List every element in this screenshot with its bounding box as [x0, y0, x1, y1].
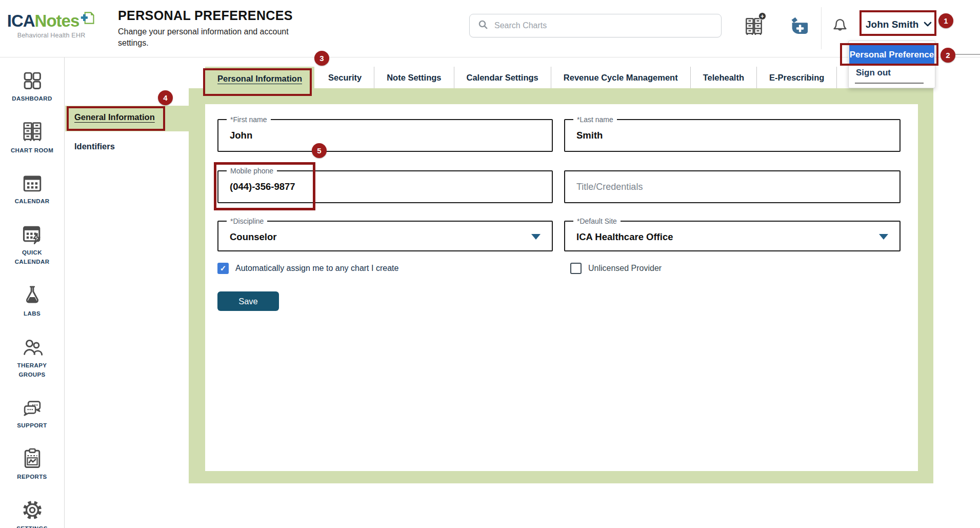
tab-telehealth[interactable]: Telehealth — [691, 67, 757, 88]
dropdown-caret-icon — [531, 234, 541, 240]
discipline-select[interactable]: *Discipline Counselor — [217, 221, 553, 251]
save-button[interactable]: Save — [217, 291, 279, 311]
sidebar-item-dashboard[interactable]: DASHBOARD — [4, 70, 61, 104]
menu-item-sign-out[interactable]: Sign out — [856, 68, 891, 78]
tab-revenue-cycle-management[interactable]: Revenue Cycle Management — [551, 67, 691, 88]
sidebar-label: CALENDAR — [15, 197, 50, 206]
mobile-phone-value: (044)-356-9877 — [230, 181, 295, 192]
mobile-phone-field[interactable]: Mobile phone (044)-356-9877 — [217, 170, 553, 203]
sidebar-item-calendar[interactable]: CALENDAR — [4, 172, 61, 206]
personal-information-form: *First name John *Last name Smith Mobile… — [205, 104, 918, 471]
mobile-phone-label: Mobile phone — [227, 167, 277, 175]
sidebar-item-support[interactable]: SUPPORT — [4, 397, 61, 431]
first-name-value: John — [230, 130, 252, 141]
main-sidebar: DASHBOARD CHART ROOM CALENDAR — [0, 57, 65, 528]
default-site-value: ICA Healthcare Office — [576, 231, 673, 243]
default-site-select[interactable]: *Default Site ICA Healthcare Office — [564, 221, 901, 251]
user-menu-button[interactable]: John Smith — [866, 14, 932, 35]
first-name-field[interactable]: *First name John — [217, 119, 553, 152]
annotation-connector-line — [955, 54, 980, 55]
settings-gear-icon — [21, 499, 44, 521]
menu-item-personal-preferences[interactable]: Personal Preference — [849, 45, 934, 65]
sidebar-item-settings[interactable]: SETTINGS — [4, 499, 61, 528]
title-credentials-placeholder: Title/Credentials — [576, 182, 643, 192]
page-title: PERSONAL PREFERENCES — [118, 8, 303, 23]
calendar-icon — [21, 172, 44, 194]
sidebar-label: SUPPORT — [17, 421, 47, 431]
preferences-tabbar: Personal Information Security Note Setti… — [205, 67, 837, 90]
app-logo: ICANotes Behavioral Health EHR — [10, 11, 92, 39]
sidebar-item-quick-calendar[interactable]: QUICK CALENDAR — [4, 223, 61, 267]
search-input[interactable] — [494, 21, 714, 30]
default-site-label: *Default Site — [573, 217, 621, 225]
logo-text-primary: ICA — [7, 11, 35, 31]
unlicensed-provider-checkbox-row[interactable]: Unlicensed Provider — [570, 263, 662, 274]
chart-search[interactable] — [469, 14, 722, 37]
labs-flask-icon — [21, 284, 44, 306]
sidebar-item-therapy-groups[interactable]: THERAPY GROUPS — [4, 336, 61, 380]
cabinet-plus-badge: + — [758, 12, 766, 20]
search-icon — [477, 18, 489, 33]
auto-assign-checkbox[interactable]: ✓ — [217, 263, 229, 274]
last-name-field[interactable]: *Last name Smith — [564, 119, 901, 152]
tab-personal-information[interactable]: Personal Information — [205, 67, 314, 90]
add-chart-cabinet-icon[interactable]: + — [743, 14, 765, 40]
logo-plus-document-icon — [80, 10, 95, 30]
tab-calendar-settings[interactable]: Calendar Settings — [454, 67, 551, 88]
last-name-value: Smith — [576, 130, 603, 141]
page-heading: PERSONAL PREFERENCES Change your persona… — [118, 8, 303, 48]
logo-wordmark: ICANotes — [10, 11, 92, 31]
subnav-item-identifiers[interactable]: Identifiers — [74, 142, 115, 151]
title-credentials-field[interactable]: Title/Credentials — [564, 170, 901, 203]
logo-tagline: Behavioral Health EHR — [10, 32, 92, 39]
header-divider — [821, 7, 822, 49]
subnav-item-general-information[interactable]: General Information — [74, 112, 155, 122]
sidebar-item-chart-room[interactable]: CHART ROOM — [4, 121, 61, 155]
page-subtitle: Change your personal information and acc… — [118, 26, 303, 48]
sidebar-label: THERAPY GROUPS — [4, 361, 61, 380]
tab-security[interactable]: Security — [316, 67, 374, 88]
dropdown-caret-icon — [879, 234, 888, 240]
pharmacy-add-icon[interactable] — [789, 15, 810, 38]
sidebar-label: REPORTS — [17, 473, 47, 482]
notifications-bell-icon[interactable] — [830, 13, 850, 37]
first-name-label: *First name — [227, 115, 271, 124]
auto-assign-label: Automatically assign me to any chart I c… — [235, 264, 398, 273]
sidebar-label: QUICK CALENDAR — [4, 248, 61, 267]
menu-divider — [855, 83, 924, 84]
sidebar-label: DASHBOARD — [12, 94, 52, 104]
auto-assign-checkbox-row[interactable]: ✓ Automatically assign me to any chart I… — [217, 263, 398, 274]
tab-e-prescribing[interactable]: E-Prescribing — [757, 67, 837, 88]
logo-text-secondary: Notes — [35, 11, 79, 31]
tab-note-settings[interactable]: Note Settings — [374, 67, 454, 88]
chevron-down-icon — [924, 21, 932, 29]
app-window: ICANotes Behavioral Health EHR PERSONAL … — [0, 0, 980, 528]
discipline-label: *Discipline — [227, 217, 267, 225]
user-dropdown-menu: Personal Preference Sign out — [848, 41, 935, 88]
user-name: John Smith — [866, 19, 918, 30]
app-header: ICANotes Behavioral Health EHR PERSONAL … — [0, 0, 980, 57]
quick-calendar-icon — [21, 223, 44, 245]
unlicensed-provider-label: Unlicensed Provider — [588, 264, 662, 273]
sidebar-item-labs[interactable]: LABS — [4, 284, 61, 319]
reports-clipboard-icon — [21, 447, 44, 470]
dashboard-icon — [21, 70, 44, 91]
discipline-value: Counselor — [230, 231, 276, 243]
last-name-label: *Last name — [573, 115, 617, 124]
sidebar-item-reports[interactable]: REPORTS — [4, 447, 61, 482]
sidebar-label: LABS — [24, 309, 41, 319]
support-chat-icon — [21, 397, 44, 418]
chart-room-icon — [21, 121, 44, 143]
sidebar-label: CHART ROOM — [11, 146, 53, 155]
therapy-groups-icon — [21, 336, 44, 358]
sidebar-label: SETTINGS — [16, 524, 48, 528]
unlicensed-provider-checkbox[interactable] — [570, 263, 582, 274]
